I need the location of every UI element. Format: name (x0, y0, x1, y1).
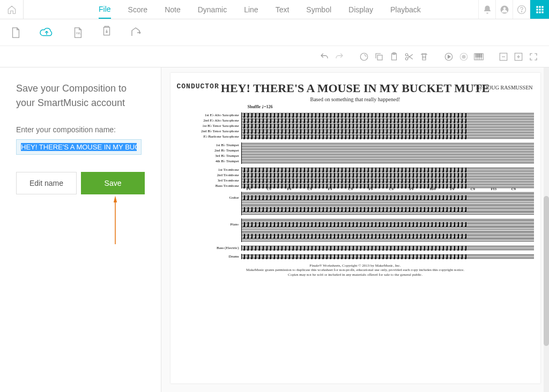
undo-button[interactable] (318, 51, 330, 63)
paste-button[interactable] (388, 51, 400, 63)
main-tabs: File Score Note Dynamic Line Text Symbol… (24, 0, 478, 19)
conductor-label: CONDUCTOR (177, 82, 219, 91)
svg-point-20 (405, 57, 408, 60)
copy-button[interactable] (373, 51, 385, 63)
tab-file[interactable]: File (99, 1, 111, 19)
zoom-in-button[interactable] (513, 51, 524, 63)
cloud-save-button[interactable] (39, 27, 55, 39)
copyright-line: Copies may not be sold or included in an… (177, 273, 534, 277)
new-document-icon (10, 26, 21, 39)
sidebar-heading: Save your Composition to your SmartMusic… (16, 81, 145, 110)
instrument-label: Bass (Electric) (177, 246, 241, 250)
fullscreen-button[interactable] (528, 51, 539, 63)
staff-line (241, 167, 534, 172)
topbar-right (478, 0, 549, 19)
scrollbar-thumb[interactable] (544, 196, 549, 346)
export-xml-button[interactable]: XML (72, 26, 84, 39)
account-button[interactable] (495, 0, 513, 19)
svg-point-23 (462, 55, 465, 58)
import-button[interactable] (101, 26, 113, 40)
staff-line (241, 123, 534, 129)
file-toolbar: XML (0, 19, 549, 46)
input-label: Enter your composition name: (16, 125, 145, 134)
staff-line (241, 230, 534, 242)
record-settings-button[interactable] (358, 51, 370, 63)
keyboard-button[interactable] (473, 51, 485, 63)
staff-line (241, 172, 534, 178)
staff-line (241, 118, 534, 123)
scissors-icon (404, 52, 414, 62)
svg-point-15 (360, 53, 368, 61)
svg-rect-8 (539, 9, 540, 10)
instrument-label: 2nd E♭ Alto Saxophone (177, 118, 241, 123)
svg-rect-9 (541, 9, 543, 10)
staff-line (241, 112, 534, 118)
top-menubar: File Score Note Dynamic Line Text Symbol… (0, 0, 549, 19)
svg-point-19 (405, 54, 408, 56)
svg-rect-7 (536, 9, 538, 10)
disc-icon (359, 52, 369, 62)
plus-square-icon (514, 52, 523, 62)
svg-rect-6 (541, 6, 543, 7)
staff-line (241, 159, 534, 164)
instrument-label: 3rd B♭ Trumpet (177, 154, 241, 158)
instrument-label: 1st B♭ Tenor Saxophone (177, 124, 241, 128)
copyright-line: MakeMusic grants permission to duplicate… (177, 268, 534, 272)
delete-button[interactable] (418, 51, 430, 63)
instrument-label: 3rd Trombone (177, 178, 241, 183)
tempo-marking: Shuffle ♩=126 (248, 104, 534, 109)
score-byline: By DOUG RASMUSSEN (476, 85, 533, 91)
action-subbar (0, 46, 549, 67)
staff-line (241, 142, 534, 148)
tab-score[interactable]: Score (128, 1, 148, 18)
zoom-out-button[interactable] (498, 51, 509, 63)
scrollbar[interactable] (544, 67, 549, 392)
cloud-upload-icon (39, 27, 55, 39)
xml-file-icon: XML (72, 26, 84, 39)
tab-note[interactable]: Note (165, 1, 181, 18)
apps-button[interactable] (530, 0, 549, 19)
score-staves: 1st E♭ Alto Saxophone2nd E♭ Alto Saxopho… (177, 112, 534, 259)
staff-line: F9C9F9C9F9C9F9C9F9B♭9F9C9FI3C9 (241, 192, 534, 203)
composition-name-input[interactable] (16, 139, 142, 155)
staff-line (241, 148, 534, 153)
svg-rect-28 (481, 54, 482, 57)
instrument-label: 1st E♭ Alto Saxophone (177, 113, 241, 117)
svg-rect-27 (479, 54, 480, 57)
new-document-button[interactable] (10, 26, 21, 39)
record-button[interactable] (458, 51, 470, 63)
home-button[interactable] (0, 0, 24, 19)
share-button[interactable] (130, 26, 143, 39)
copyright-line: Finale® Worksheets, Copyright © 2013 by … (177, 263, 534, 268)
instrument-label: Bass Trombone (177, 184, 241, 188)
tab-symbol[interactable]: Symbol (306, 1, 331, 18)
piano-icon (473, 52, 484, 62)
edit-name-button[interactable]: Edit name (16, 172, 77, 194)
bell-icon (483, 5, 492, 14)
tab-dynamic[interactable]: Dynamic (198, 1, 227, 18)
fullscreen-icon (529, 52, 538, 62)
staff-line (241, 134, 534, 139)
instrument-label: 1st B♭ Trumpet (177, 143, 241, 147)
record-icon (459, 52, 469, 62)
help-icon (517, 5, 526, 14)
clipboard-icon (389, 52, 399, 62)
play-button[interactable] (443, 51, 455, 63)
score-viewport[interactable]: CONDUCTOR HEY! THERE'S A MOUSE IN MY BUC… (161, 67, 549, 392)
svg-rect-12 (541, 11, 543, 13)
share-icon (130, 26, 143, 39)
redo-button[interactable] (333, 51, 345, 63)
tab-display[interactable]: Display (348, 1, 373, 18)
svg-rect-10 (536, 11, 538, 13)
svg-text:XML: XML (76, 32, 81, 34)
help-button[interactable] (513, 0, 530, 19)
save-button[interactable]: Save (81, 172, 145, 194)
cut-button[interactable] (403, 51, 415, 63)
copyright-text: Finale® Worksheets, Copyright © 2013 by … (177, 263, 534, 277)
minus-square-icon (499, 52, 508, 62)
tab-text[interactable]: Text (276, 1, 290, 18)
staff-line (241, 218, 534, 230)
tab-line[interactable]: Line (244, 1, 258, 18)
notifications-button[interactable] (478, 0, 495, 19)
tab-playback[interactable]: Playback (390, 1, 421, 18)
